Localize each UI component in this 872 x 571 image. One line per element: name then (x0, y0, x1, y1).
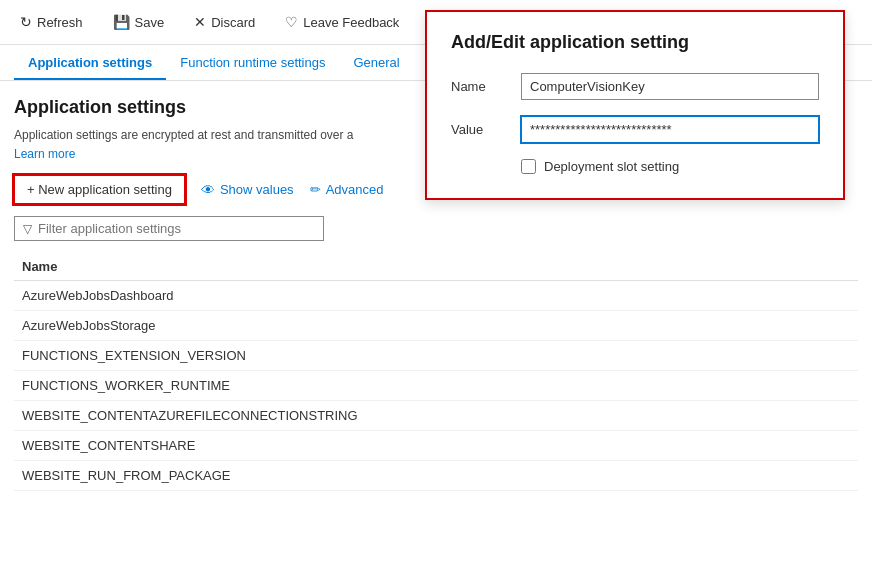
setting-name-cell: WEBSITE_CONTENTSHARE (14, 431, 858, 461)
tab-general[interactable]: General (339, 45, 413, 80)
setting-name-cell: FUNCTIONS_EXTENSION_VERSION (14, 341, 858, 371)
save-label: Save (135, 15, 165, 30)
refresh-label: Refresh (37, 15, 83, 30)
refresh-button[interactable]: ↻ Refresh (14, 10, 89, 34)
deployment-slot-row: Deployment slot setting (521, 159, 819, 174)
filter-input[interactable] (38, 221, 315, 236)
setting-name-cell: WEBSITE_RUN_FROM_PACKAGE (14, 461, 858, 491)
heart-icon: ♡ (285, 14, 298, 30)
panel-title: Add/Edit application setting (451, 32, 819, 53)
setting-name-cell: WEBSITE_CONTENTAZUREFILECONNECTIONSTRING (14, 401, 858, 431)
value-field-label: Value (451, 122, 521, 137)
learn-more-link[interactable]: Learn more (14, 147, 75, 161)
tab-function-runtime[interactable]: Function runtime settings (166, 45, 339, 80)
save-icon: 💾 (113, 14, 130, 30)
setting-name-cell: AzureWebJobsDashboard (14, 281, 858, 311)
eye-icon: 👁 (201, 182, 215, 198)
settings-table: Name AzureWebJobsDashboardAzureWebJobsSt… (14, 253, 858, 491)
deployment-slot-checkbox[interactable] (521, 159, 536, 174)
feedback-label: Leave Feedback (303, 15, 399, 30)
name-input[interactable] (521, 73, 819, 100)
show-values-button[interactable]: 👁 Show values (201, 176, 294, 204)
name-row: Name (451, 73, 819, 100)
name-field-label: Name (451, 79, 521, 94)
table-row[interactable]: AzureWebJobsStorage (14, 311, 858, 341)
value-input[interactable] (521, 116, 819, 143)
discard-icon: ✕ (194, 14, 206, 30)
table-row[interactable]: WEBSITE_RUN_FROM_PACKAGE (14, 461, 858, 491)
advanced-button[interactable]: ✏ Advanced (310, 176, 384, 203)
table-row[interactable]: WEBSITE_CONTENTAZUREFILECONNECTIONSTRING (14, 401, 858, 431)
refresh-icon: ↻ (20, 14, 32, 30)
feedback-button[interactable]: ♡ Leave Feedback (279, 10, 405, 34)
filter-bar: ▽ (14, 216, 324, 241)
discard-button[interactable]: ✕ Discard (188, 10, 261, 34)
pencil-icon: ✏ (310, 182, 321, 197)
table-row[interactable]: FUNCTIONS_WORKER_RUNTIME (14, 371, 858, 401)
tab-app-settings[interactable]: Application settings (14, 45, 166, 80)
table-row[interactable]: WEBSITE_CONTENTSHARE (14, 431, 858, 461)
table-row[interactable]: AzureWebJobsDashboard (14, 281, 858, 311)
save-button[interactable]: 💾 Save (107, 10, 171, 34)
table-row[interactable]: FUNCTIONS_EXTENSION_VERSION (14, 341, 858, 371)
value-row: Value (451, 116, 819, 143)
new-application-setting-button[interactable]: + New application setting (14, 175, 185, 204)
setting-name-cell: AzureWebJobsStorage (14, 311, 858, 341)
setting-name-cell: FUNCTIONS_WORKER_RUNTIME (14, 371, 858, 401)
add-edit-panel: Add/Edit application setting Name Value … (425, 10, 845, 200)
discard-label: Discard (211, 15, 255, 30)
description-text: Application settings are encrypted at re… (14, 128, 414, 142)
name-column-header: Name (14, 253, 858, 281)
deployment-slot-label: Deployment slot setting (544, 159, 679, 174)
filter-icon: ▽ (23, 222, 32, 236)
